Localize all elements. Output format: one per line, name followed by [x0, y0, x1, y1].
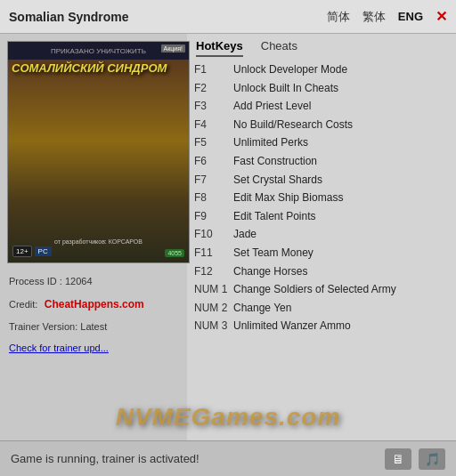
cover-price-badge: 4055 — [165, 249, 184, 257]
title-bar: Somalian Syndrome 简体 繁体 ENG ✕ — [0, 0, 456, 34]
credit-label: Credit: — [9, 299, 37, 310]
desc-f4: No Build/Research Costs — [233, 117, 353, 133]
main-content: ПРИКАЗАНО УНИЧТОЖИТЬ Акция! СОМАЛИЙСКИЙ … — [0, 34, 456, 476]
cover-title-text: СОМАЛИЙСКИЙ СИНДРОМ — [12, 61, 185, 76]
trainer-update-link[interactable]: Check for trainer upd... — [9, 343, 109, 353]
key-f3: F3 — [194, 98, 233, 115]
window-title: Somalian Syndrome — [9, 10, 129, 24]
trainer-version-row: Trainer Version: Latest — [9, 318, 178, 337]
key-f6: F6 — [194, 153, 233, 170]
trainer-link-row: Check for trainer upd... — [9, 339, 178, 359]
key-f4: F4 — [194, 117, 233, 133]
desc-f10: Jade — [233, 226, 256, 243]
left-panel: ПРИКАЗАНО УНИЧТОЖИТЬ Акция! СОМАЛИЙСКИЙ … — [0, 34, 187, 476]
game-cover: ПРИКАЗАНО УНИЧТОЖИТЬ Акция! СОМАЛИЙСКИЙ … — [7, 41, 190, 263]
key-f8: F8 — [194, 190, 233, 206]
hotkeys-list: F1 Unlock Developer Mode F2 Unlock Built… — [187, 57, 456, 458]
key-num2: NUM 2 — [194, 300, 233, 317]
key-f11: F11 — [194, 245, 233, 262]
credit-row: Credit: CheatHappens.com — [9, 295, 178, 315]
cover-platform: PC — [35, 246, 52, 256]
monitor-icon[interactable]: 🖥 — [385, 448, 411, 470]
desc-f8: Edit Max Ship Biomass — [233, 190, 343, 206]
desc-f7: Set Crystal Shards — [233, 172, 322, 189]
desc-f6: Fast Construction — [233, 153, 317, 170]
tab-cheats[interactable]: Cheats — [261, 39, 297, 57]
hotkey-f11: F11 Set Team Money — [194, 244, 449, 262]
right-panel: HotKeys Cheats F1 Unlock Developer Mode … — [187, 34, 456, 476]
title-controls: 简体 繁体 ENG ✕ — [327, 8, 447, 25]
status-icons: 🖥 🎵 — [385, 448, 445, 470]
hotkey-num2: NUM 2 Change Yen — [194, 299, 449, 318]
desc-f12: Change Horses — [233, 263, 307, 280]
lang-english[interactable]: ENG — [398, 10, 423, 23]
key-f2: F2 — [194, 80, 233, 97]
cover-top-bar: ПРИКАЗАНО УНИЧТОЖИТЬ — [51, 47, 146, 55]
desc-f5: Unlimited Perks — [233, 134, 308, 151]
process-id-row: Process ID : 12064 — [9, 272, 178, 292]
desc-f3: Add Priest Level — [233, 98, 311, 115]
cover-badge-top: Акция! — [161, 44, 185, 52]
hotkey-f10: F10 Jade — [194, 225, 449, 244]
hotkey-f3: F3 Add Priest Level — [194, 97, 449, 116]
key-f5: F5 — [194, 134, 233, 151]
desc-f1: Unlock Developer Mode — [233, 61, 347, 78]
desc-f11: Set Team Money — [233, 245, 314, 262]
lang-traditional[interactable]: 繁体 — [362, 9, 386, 25]
cover-title: СОМАЛИЙСКИЙ СИНДРОМ — [12, 61, 185, 76]
cover-bottom-badges: 12+ PC — [12, 246, 52, 257]
desc-num3: Unlimited Wanzer Ammo — [233, 318, 351, 335]
desc-f9: Edit Talent Points — [233, 208, 316, 225]
status-bar: Game is running, trainer is activated! 🖥… — [0, 440, 456, 476]
desc-num1: Change Soldiers of Selected Army — [233, 281, 396, 298]
hotkey-f4: F4 No Build/Research Costs — [194, 116, 449, 134]
desc-f2: Unlock Built In Cheats — [233, 80, 338, 97]
status-text: Game is running, trainer is activated! — [11, 452, 200, 465]
hotkey-f7: F7 Set Crystal Shards — [194, 171, 449, 190]
hotkey-f2: F2 Unlock Built In Cheats — [194, 79, 449, 98]
cover-developer: от разработчиков: КОРСАРОВ — [8, 233, 189, 246]
close-button[interactable]: ✕ — [436, 8, 447, 25]
hotkey-f6: F6 Fast Construction — [194, 152, 449, 171]
trainer-version-label: Trainer Version: Latest — [9, 321, 107, 332]
music-icon[interactable]: 🎵 — [419, 448, 445, 470]
key-num3: NUM 3 — [194, 318, 233, 335]
key-num1: NUM 1 — [194, 281, 233, 298]
key-f7: F7 — [194, 172, 233, 189]
process-id-label: Process ID : 12064 — [9, 276, 93, 286]
key-f10: F10 — [194, 226, 233, 243]
tab-hotkeys[interactable]: HotKeys — [196, 39, 243, 57]
hotkey-f5: F5 Unlimited Perks — [194, 133, 449, 152]
tabs-bar: HotKeys Cheats — [187, 34, 456, 57]
desc-num2: Change Yen — [233, 300, 291, 317]
key-f12: F12 — [194, 263, 233, 280]
credit-value[interactable]: CheatHappens.com — [45, 298, 144, 311]
hotkey-num3: NUM 3 Unlimited Wanzer Ammo — [194, 317, 449, 335]
hotkey-f8: F8 Edit Max Ship Biomass — [194, 189, 449, 207]
lang-simplified[interactable]: 简体 — [327, 9, 350, 25]
key-f1: F1 — [194, 61, 233, 78]
info-section: Process ID : 12064 Credit: CheatHappens.… — [0, 263, 187, 358]
key-f9: F9 — [194, 208, 233, 225]
hotkey-num1: NUM 1 Change Soldiers of Selected Army — [194, 280, 449, 299]
hotkey-f9: F9 Edit Talent Points — [194, 207, 449, 226]
hotkey-f12: F12 Change Horses — [194, 262, 449, 281]
hotkey-f1: F1 Unlock Developer Mode — [194, 61, 449, 79]
cover-rating: 12+ — [12, 246, 32, 257]
cover-background: ПРИКАЗАНО УНИЧТОЖИТЬ Акция! СОМАЛИЙСКИЙ … — [8, 42, 189, 262]
